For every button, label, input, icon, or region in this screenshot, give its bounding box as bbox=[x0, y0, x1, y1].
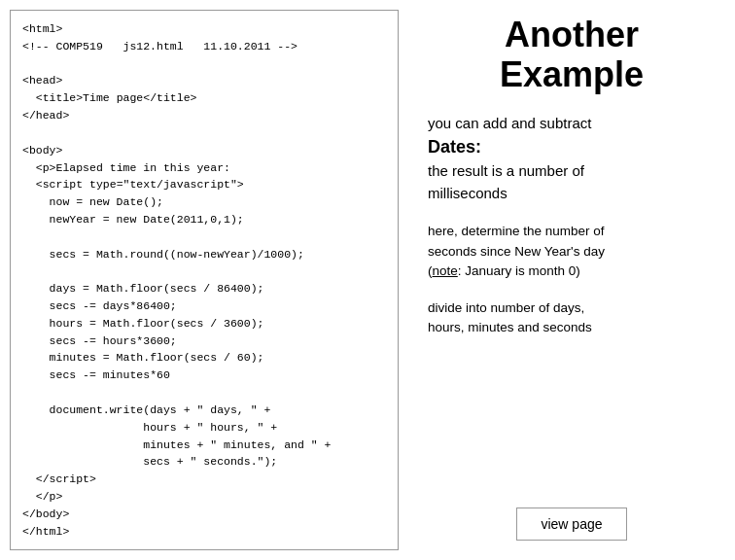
html-open: <html> bbox=[22, 22, 62, 35]
code-block: <html> <!-- COMP519 js12.html 11.10.2011… bbox=[10, 10, 399, 550]
newyear-line: newYear = new Date(2011,0,1); bbox=[50, 213, 244, 226]
divide-line1: divide into number of days, bbox=[428, 300, 584, 315]
write-line2: hours + " hours, " + bbox=[143, 421, 277, 434]
subtitle-line3: milliseconds bbox=[428, 185, 508, 201]
subtitle-line1: you can add and subtract bbox=[428, 115, 591, 131]
view-page-button[interactable]: view page bbox=[516, 508, 626, 541]
info-line2: seconds since New Year's day bbox=[428, 244, 605, 259]
head-close: </head> bbox=[22, 109, 69, 122]
comment: <!-- COMP519 js12.html 11.10.2011 --> bbox=[22, 40, 298, 52]
script-tag: <script type="text/javascript"> bbox=[36, 178, 244, 191]
secs-minutes: secs -= minutes*60 bbox=[50, 368, 170, 381]
subtitle-line2: the result is a number of bbox=[428, 162, 584, 179]
page-title: AnotherExample bbox=[428, 15, 716, 95]
write-line4: secs + " seconds."); bbox=[143, 455, 277, 468]
info-line1: here, determine the number of bbox=[428, 224, 605, 238]
days-line: days = Math.floor(secs / 86400); bbox=[50, 282, 264, 295]
info-block: here, determine the number of seconds si… bbox=[428, 222, 605, 281]
p-tag: <p>Elapsed time in this year: bbox=[36, 161, 230, 174]
write-line1: document.write(days + " days, " + bbox=[50, 403, 271, 416]
divide-line2: hours, minutes and seconds bbox=[428, 320, 592, 334]
head-open: <head> bbox=[22, 74, 62, 87]
write-line3: minutes + " minutes, and " + bbox=[143, 438, 331, 451]
body-close: </body> bbox=[22, 508, 69, 520]
info-note: note bbox=[433, 263, 458, 278]
title-tag: <title>Time page</title> bbox=[36, 91, 197, 104]
right-panel: AnotherExample you can add and subtract … bbox=[408, 0, 735, 560]
hours-line: hours = Math.floor(secs / 3600); bbox=[50, 317, 264, 330]
secs-line: secs = Math.round((now-newYear)/1000); bbox=[50, 248, 304, 261]
subtitle-block: you can add and subtract Dates: the resu… bbox=[428, 113, 591, 205]
script-close: </script> bbox=[36, 472, 96, 485]
secs-hours: secs -= hours*3600; bbox=[50, 334, 177, 347]
info-note-text: : January is month 0) bbox=[458, 263, 580, 278]
p-close: </p> bbox=[36, 490, 63, 503]
body-open: <body> bbox=[22, 144, 62, 157]
html-close: </html> bbox=[22, 525, 69, 538]
subtitle-dates: Dates: bbox=[428, 137, 481, 157]
divide-block: divide into number of days, hours, minut… bbox=[428, 298, 592, 338]
secs-days: secs -= days*86400; bbox=[50, 299, 177, 312]
now-line: now = new Date(); bbox=[50, 195, 163, 208]
minutes-line: minutes = Math.floor(secs / 60); bbox=[50, 351, 264, 364]
left-panel: <html> <!-- COMP519 js12.html 11.10.2011… bbox=[0, 0, 408, 560]
